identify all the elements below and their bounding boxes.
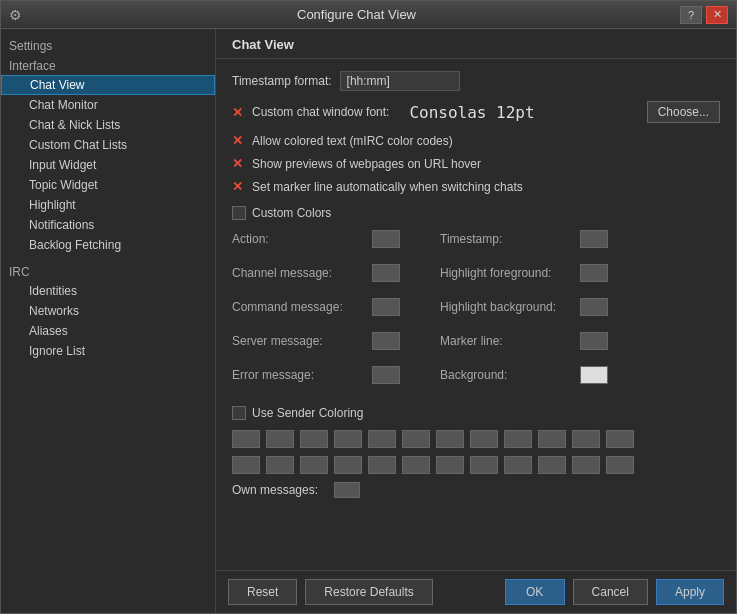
sender-swatch-3[interactable]: [300, 430, 328, 448]
highlight-bg-swatch[interactable]: [580, 298, 608, 316]
sender-swatch-4[interactable]: [334, 430, 362, 448]
help-button[interactable]: ?: [680, 6, 702, 24]
timestamp-input[interactable]: [340, 71, 460, 91]
server-label: Server message:: [232, 334, 372, 348]
sender-swatch-18[interactable]: [402, 456, 430, 474]
sidebar-item-chat-view[interactable]: Chat View: [1, 75, 215, 95]
color-row-channel: Channel message:: [232, 264, 400, 282]
sender-swatch-22[interactable]: [538, 456, 566, 474]
sender-swatch-1[interactable]: [232, 430, 260, 448]
background-swatch[interactable]: [580, 366, 608, 384]
color-row-background: Background:: [440, 366, 608, 384]
panel-body: Timestamp format: ✕ Custom chat window f…: [216, 59, 736, 570]
color-row-server: Server message:: [232, 332, 400, 350]
sender-swatch-19[interactable]: [436, 456, 464, 474]
sidebar-item-chat-monitor[interactable]: Chat Monitor: [1, 95, 215, 115]
timestamp-swatch[interactable]: [580, 230, 608, 248]
sidebar-item-aliases[interactable]: Aliases: [1, 321, 215, 341]
channel-swatch[interactable]: [372, 264, 400, 282]
footer: Reset Restore Defaults OK Cancel Apply: [216, 570, 736, 613]
font-label: Custom chat window font:: [252, 105, 389, 119]
highlight-bg-label: Highlight background:: [440, 300, 580, 314]
sender-coloring-section: Use Sender Coloring: [232, 406, 720, 420]
sender-swatch-2[interactable]: [266, 430, 294, 448]
footer-left: Reset Restore Defaults: [228, 579, 433, 605]
sidebar-item-highlight[interactable]: Highlight: [1, 195, 215, 215]
sender-swatch-12[interactable]: [606, 430, 634, 448]
font-row: ✕ Custom chat window font: Consolas 12pt…: [232, 101, 720, 123]
sender-swatch-14[interactable]: [266, 456, 294, 474]
colored-text-label: Allow colored text (mIRC color codes): [252, 134, 453, 148]
channel-label: Channel message:: [232, 266, 372, 280]
sender-swatches-row2: [232, 456, 652, 474]
own-messages-swatch[interactable]: [334, 482, 360, 498]
color-row-command: Command message:: [232, 298, 400, 316]
colored-text-checkbox-x: ✕: [232, 133, 246, 148]
sidebar-item-notifications[interactable]: Notifications: [1, 215, 215, 235]
cancel-button[interactable]: Cancel: [573, 579, 648, 605]
sidebar-item-networks[interactable]: Networks: [1, 301, 215, 321]
reset-button[interactable]: Reset: [228, 579, 297, 605]
sidebar-item-identities[interactable]: Identities: [1, 281, 215, 301]
color-column-left: Action: Channel message: Command message…: [232, 230, 400, 392]
sender-swatch-16[interactable]: [334, 456, 362, 474]
sender-swatch-24[interactable]: [606, 456, 634, 474]
close-button[interactable]: ✕: [706, 6, 728, 24]
custom-colors-checkbox[interactable]: [232, 206, 246, 220]
sender-swatch-23[interactable]: [572, 456, 600, 474]
choose-font-button[interactable]: Choose...: [647, 101, 720, 123]
sidebar-item-input-widget[interactable]: Input Widget: [1, 155, 215, 175]
apply-button[interactable]: Apply: [656, 579, 724, 605]
sidebar-item-topic-widget[interactable]: Topic Widget: [1, 175, 215, 195]
custom-colors-label: Custom Colors: [252, 206, 331, 220]
color-row-highlight-fg: Highlight foreground:: [440, 264, 608, 282]
checkbox-url-preview: ✕ Show previews of webpages on URL hover: [232, 156, 720, 171]
sidebar-item-custom-chat-lists[interactable]: Custom Chat Lists: [1, 135, 215, 155]
highlight-fg-label: Highlight foreground:: [440, 266, 580, 280]
marker-line-label: Set marker line automatically when switc…: [252, 180, 523, 194]
sender-swatch-21[interactable]: [504, 456, 532, 474]
restore-defaults-button[interactable]: Restore Defaults: [305, 579, 432, 605]
sender-swatch-8[interactable]: [470, 430, 498, 448]
sender-swatch-7[interactable]: [436, 430, 464, 448]
command-swatch[interactable]: [372, 298, 400, 316]
checkbox-marker-line: ✕ Set marker line automatically when swi…: [232, 179, 720, 194]
checkbox-colored-text: ✕ Allow colored text (mIRC color codes): [232, 133, 720, 148]
sender-swatch-11[interactable]: [572, 430, 600, 448]
font-display: Consolas 12pt: [409, 103, 634, 122]
sidebar-item-ignore-list[interactable]: Ignore List: [1, 341, 215, 361]
color-columns: Action: Channel message: Command message…: [232, 230, 720, 392]
timestamp-color-label: Timestamp:: [440, 232, 580, 246]
sender-swatch-17[interactable]: [368, 456, 396, 474]
sender-swatch-13[interactable]: [232, 456, 260, 474]
server-swatch[interactable]: [372, 332, 400, 350]
sender-swatch-15[interactable]: [300, 456, 328, 474]
sidebar-item-backlog-fetching[interactable]: Backlog Fetching: [1, 235, 215, 255]
action-swatch[interactable]: [372, 230, 400, 248]
sender-coloring-checkbox[interactable]: [232, 406, 246, 420]
color-row-timestamp: Timestamp:: [440, 230, 608, 248]
sender-swatch-9[interactable]: [504, 430, 532, 448]
sidebar-item-chat-nick-lists[interactable]: Chat & Nick Lists: [1, 115, 215, 135]
marker-swatch[interactable]: [580, 332, 608, 350]
sender-swatch-10[interactable]: [538, 430, 566, 448]
highlight-fg-swatch[interactable]: [580, 264, 608, 282]
sender-swatch-20[interactable]: [470, 456, 498, 474]
main-panel: Chat View Timestamp format: ✕ Custom cha…: [216, 29, 736, 613]
title-bar: ⚙ Configure Chat View ? ✕: [1, 1, 736, 29]
sender-swatches-row1: [232, 430, 652, 448]
interface-label: Interface: [1, 55, 215, 75]
action-label: Action:: [232, 232, 372, 246]
ok-button[interactable]: OK: [505, 579, 565, 605]
color-row-action: Action:: [232, 230, 400, 248]
command-label: Command message:: [232, 300, 372, 314]
custom-colors-section: Custom Colors: [232, 206, 720, 220]
sender-swatch-6[interactable]: [402, 430, 430, 448]
irc-label: IRC: [1, 261, 215, 281]
own-messages-row: Own messages:: [232, 482, 720, 498]
url-preview-label: Show previews of webpages on URL hover: [252, 157, 481, 171]
color-column-right: Timestamp: Highlight foreground: Highlig…: [440, 230, 608, 392]
panel-header: Chat View: [216, 29, 736, 59]
sender-swatch-5[interactable]: [368, 430, 396, 448]
error-swatch[interactable]: [372, 366, 400, 384]
